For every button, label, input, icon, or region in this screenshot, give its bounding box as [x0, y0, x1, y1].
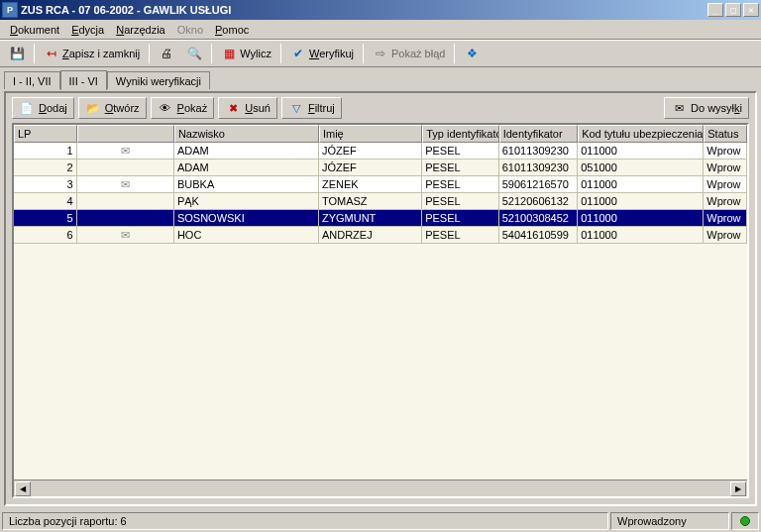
- separator: [34, 44, 35, 63]
- data-grid[interactable]: LP Nazwisko Imię Typ identyfikatora Iden…: [12, 123, 749, 498]
- save-close-button[interactable]: ↤Zapisz i zamknij: [39, 43, 145, 64]
- tabstrip: I - II, VII III - VI Wyniki weryfikacji: [0, 67, 761, 89]
- scroll-right-button[interactable]: ▶: [730, 481, 746, 496]
- filter-icon: ▽: [288, 101, 304, 115]
- eye-icon: 👁: [158, 101, 173, 115]
- cell-lp: 5: [14, 210, 77, 226]
- separator: [149, 44, 150, 63]
- cell-kod: 011000: [578, 176, 704, 192]
- cell-nazwisko: BUBKA: [174, 176, 319, 192]
- status-state: Wprowadzony: [610, 512, 729, 530]
- cell-ident: 61011309230: [499, 160, 578, 175]
- cell-status: Wprow: [704, 176, 747, 192]
- check-icon: ✔: [290, 46, 306, 61]
- cell-typ: PESEL: [422, 143, 498, 159]
- green-dot-icon: [740, 516, 750, 526]
- save-icon: 💾: [9, 46, 25, 61]
- save-button[interactable]: 💾: [4, 43, 30, 64]
- cell-env: [77, 193, 174, 209]
- grid-body: 1✉ADAMJÓZEFPESEL61011309230011000Wprow2A…: [14, 143, 747, 479]
- tab-1[interactable]: I - II, VII: [4, 71, 60, 89]
- envelope-icon: ✉: [121, 145, 130, 158]
- menu-dokument[interactable]: Dokument: [4, 22, 65, 38]
- cell-typ: PESEL: [422, 210, 498, 226]
- cell-typ: PESEL: [422, 193, 498, 209]
- col-typ[interactable]: Typ identyfikatora: [422, 125, 498, 143]
- separator: [363, 44, 364, 63]
- preview-button[interactable]: 🔍: [181, 43, 207, 64]
- minimize-button[interactable]: _: [707, 3, 723, 17]
- table-row[interactable]: 3✉BUBKAZENEKPESEL59061216570011000Wprow: [14, 176, 747, 193]
- cell-nazwisko: PĄK: [174, 193, 319, 209]
- cell-kod: 011000: [578, 210, 704, 226]
- close-button[interactable]: ✕: [743, 3, 759, 17]
- cell-lp: 3: [14, 176, 77, 192]
- cell-env: [77, 210, 174, 226]
- table-row[interactable]: 6✉HOCANDRZEJPESEL54041610599011000Wprow: [14, 227, 747, 244]
- show-error-button[interactable]: ⇨Pokaż błąd: [368, 43, 450, 64]
- horizontal-scrollbar[interactable]: ◀ ▶: [14, 479, 747, 496]
- cell-lp: 1: [14, 143, 77, 159]
- arrow-left-icon: ↤: [44, 46, 59, 61]
- cell-imie: ANDRZEJ: [319, 227, 422, 243]
- usun-button[interactable]: ✖Usuń: [218, 97, 277, 119]
- weryfikuj-button[interactable]: ✔Weryfikuj: [285, 43, 359, 64]
- wylicz-button[interactable]: ▦Wylicz: [216, 43, 276, 64]
- col-imie[interactable]: Imię: [319, 125, 422, 143]
- envelope-icon: ✉: [121, 178, 130, 191]
- cell-imie: ZYGMUNT: [319, 210, 422, 226]
- col-kod[interactable]: Kod tytułu ubezpieczenia: [578, 125, 704, 143]
- delete-icon: ✖: [225, 101, 241, 115]
- menu-okno: Okno: [171, 22, 209, 38]
- cell-kod: 011000: [578, 227, 704, 243]
- table-row[interactable]: 1✉ADAMJÓZEFPESEL61011309230011000Wprow: [14, 143, 747, 160]
- content-panel: 📄Dodaj 📂Otwórz 👁Pokaż ✖Usuń ▽Filtruj ✉Do…: [4, 91, 757, 506]
- calculate-icon: ▦: [221, 46, 237, 61]
- menu-narzedzia[interactable]: Narzędzia: [110, 22, 171, 38]
- toolbar: 💾 ↤Zapisz i zamknij 🖨 🔍 ▦Wylicz ✔Weryfik…: [0, 40, 761, 67]
- tab-3[interactable]: Wyniki weryfikacji: [107, 71, 210, 89]
- tab-2[interactable]: III - VI: [60, 70, 107, 90]
- cell-ident: 52120606132: [499, 193, 578, 209]
- pokaz-button[interactable]: 👁Pokaż: [151, 97, 215, 119]
- cell-nazwisko: ADAM: [174, 143, 319, 159]
- cell-ident: 54041610599: [499, 227, 578, 243]
- table-row[interactable]: 4PĄKTOMASZPESEL52120606132011000Wprow: [14, 193, 747, 210]
- add-icon: 📄: [19, 101, 35, 115]
- cell-nazwisko: ADAM: [174, 160, 319, 175]
- cell-imie: TOMASZ: [319, 193, 422, 209]
- print-button[interactable]: 🖨: [154, 43, 179, 64]
- table-row[interactable]: 2ADAMJÓZEFPESEL61011309230051000Wprow: [14, 160, 747, 176]
- dodaj-button[interactable]: 📄Dodaj: [12, 97, 74, 119]
- status-indicator: [731, 512, 759, 530]
- app-icon: P: [2, 2, 18, 18]
- separator: [280, 44, 281, 63]
- filtruj-button[interactable]: ▽Filtruj: [281, 97, 342, 119]
- do-wysylki-button[interactable]: ✉Do wysyłki: [664, 97, 749, 119]
- col-status[interactable]: Status: [704, 125, 747, 143]
- cell-typ: PESEL: [422, 176, 498, 192]
- cell-imie: JÓZEF: [319, 143, 422, 159]
- maximize-button[interactable]: □: [725, 3, 741, 17]
- help-button[interactable]: ❖: [459, 43, 485, 64]
- col-nazwisko[interactable]: Nazwisko: [174, 125, 319, 143]
- separator: [211, 44, 212, 63]
- col-ident[interactable]: Identyfikator: [499, 125, 578, 143]
- table-row[interactable]: 5SOSNOWSKIZYGMUNTPESEL52100308452011000W…: [14, 210, 747, 227]
- cell-env: ✉: [77, 227, 174, 243]
- menu-pomoc[interactable]: Pomoc: [209, 22, 255, 38]
- cell-imie: ZENEK: [319, 176, 422, 192]
- otworz-button[interactable]: 📂Otwórz: [78, 97, 147, 119]
- grid-header: LP Nazwisko Imię Typ identyfikatora Iden…: [14, 125, 747, 143]
- mail-icon: ✉: [671, 101, 687, 115]
- cell-status: Wprow: [704, 193, 747, 209]
- titlebar: P ZUS RCA - 07 06-2002 - GAWLIK USŁUGI _…: [0, 0, 761, 20]
- content-toolbar: 📄Dodaj 📂Otwórz 👁Pokaż ✖Usuń ▽Filtruj ✉Do…: [6, 93, 755, 123]
- col-env[interactable]: [77, 125, 174, 143]
- menu-edycja[interactable]: Edycja: [65, 22, 110, 38]
- scroll-left-button[interactable]: ◀: [15, 481, 31, 496]
- help-icon: ❖: [464, 46, 480, 61]
- cell-lp: 6: [14, 227, 77, 243]
- cell-lp: 2: [14, 160, 77, 175]
- col-lp[interactable]: LP: [14, 125, 77, 143]
